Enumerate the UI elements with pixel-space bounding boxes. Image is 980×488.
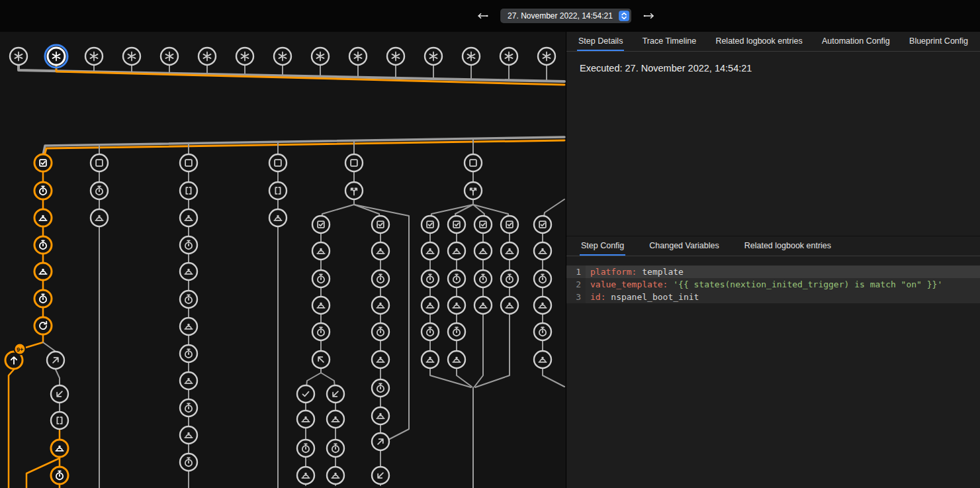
trace-node-asterisk[interactable] bbox=[10, 48, 27, 65]
trace-node-service[interactable] bbox=[312, 297, 330, 314]
step-config-editor[interactable]: 1platform: template2value_template: '{{ … bbox=[566, 266, 980, 303]
trace-graph-area[interactable]: 9+ bbox=[0, 0, 566, 488]
trace-node-service[interactable] bbox=[534, 242, 551, 260]
trace-node-timer[interactable] bbox=[297, 440, 314, 457]
trace-node-timer[interactable] bbox=[372, 270, 389, 287]
trace-node-service[interactable] bbox=[34, 209, 52, 226]
trace-node-checkbox[interactable] bbox=[372, 216, 389, 233]
trace-node-service[interactable] bbox=[91, 209, 108, 226]
trace-node-timer[interactable] bbox=[422, 270, 439, 287]
trace-node-check[interactable] bbox=[297, 385, 314, 403]
trace-node-arrow-ul[interactable] bbox=[312, 351, 330, 368]
trace-node-service[interactable] bbox=[422, 242, 439, 260]
trace-node-service[interactable] bbox=[372, 351, 389, 368]
trace-node-split[interactable] bbox=[465, 182, 482, 199]
trace-node-service[interactable] bbox=[448, 297, 465, 314]
trace-node-service[interactable] bbox=[474, 242, 492, 260]
trace-node-service[interactable] bbox=[534, 351, 551, 368]
trace-node-service[interactable] bbox=[312, 242, 330, 260]
trace-node-brackets[interactable] bbox=[51, 412, 68, 429]
trace-node-asterisk[interactable] bbox=[45, 45, 67, 68]
trace-node-service[interactable] bbox=[422, 297, 439, 314]
trace-node-service[interactable] bbox=[474, 297, 492, 314]
next-trace-button[interactable] bbox=[641, 8, 657, 24]
trace-node-asterisk[interactable] bbox=[349, 48, 367, 65]
trace-node-timer[interactable] bbox=[34, 290, 52, 307]
trace-node-asterisk[interactable] bbox=[85, 48, 103, 65]
trace-node-timer[interactable] bbox=[34, 236, 52, 254]
previous-trace-button[interactable] bbox=[474, 8, 490, 24]
tab-automation-config[interactable]: Automation Config bbox=[821, 32, 891, 51]
trace-node-checkbox[interactable] bbox=[501, 216, 518, 233]
trace-node-arrow-dl[interactable] bbox=[372, 467, 389, 484]
trace-node-asterisk[interactable] bbox=[236, 48, 253, 65]
trace-node-service[interactable] bbox=[180, 426, 197, 444]
trace-node-arrow-ur[interactable] bbox=[47, 352, 64, 369]
trace-node-service[interactable] bbox=[180, 318, 197, 335]
trace-node-timer[interactable] bbox=[372, 323, 389, 340]
trace-node-service[interactable] bbox=[180, 209, 197, 226]
trace-node-timer[interactable] bbox=[372, 379, 389, 397]
trace-node-asterisk[interactable] bbox=[425, 48, 442, 65]
trace-node-service[interactable] bbox=[34, 263, 52, 280]
trace-run-select[interactable]: 27. November 2022, 14:54:21 bbox=[500, 9, 631, 23]
trace-node-asterisk[interactable] bbox=[387, 48, 404, 65]
trace-node-timer[interactable] bbox=[312, 323, 330, 340]
trace-node-arrow-ur[interactable] bbox=[372, 433, 389, 450]
trace-node-asterisk[interactable] bbox=[161, 48, 178, 65]
trace-node-asterisk[interactable] bbox=[199, 48, 216, 65]
trace-node-service[interactable] bbox=[297, 411, 314, 428]
tab-related-logbook-entries[interactable]: Related logbook entries bbox=[743, 236, 832, 256]
trace-node-timer[interactable] bbox=[180, 291, 197, 308]
tab-related-logbook-entries[interactable]: Related logbook entries bbox=[714, 32, 803, 51]
trace-node-split[interactable] bbox=[345, 182, 363, 199]
trace-node-square[interactable] bbox=[345, 154, 363, 171]
trace-node-timer[interactable] bbox=[180, 236, 197, 254]
trace-node-timer[interactable] bbox=[180, 345, 197, 362]
trace-node-service[interactable] bbox=[372, 297, 389, 314]
trace-node-service[interactable] bbox=[501, 297, 518, 314]
tab-trace-timeline[interactable]: Trace Timeline bbox=[641, 32, 698, 51]
trace-node-timer[interactable] bbox=[91, 182, 108, 199]
trace-node-timer[interactable] bbox=[180, 399, 197, 416]
trace-node-asterisk[interactable] bbox=[538, 48, 555, 65]
trace-node-repeat[interactable] bbox=[34, 317, 52, 334]
trace-node-asterisk[interactable] bbox=[274, 48, 291, 65]
trace-node-checkbox[interactable] bbox=[422, 216, 439, 233]
trace-node-timer[interactable] bbox=[534, 270, 551, 287]
trace-node-brackets[interactable] bbox=[269, 182, 287, 199]
trace-node-square[interactable] bbox=[180, 154, 197, 171]
trace-node-asterisk[interactable] bbox=[123, 48, 140, 65]
trace-node-service[interactable] bbox=[297, 467, 314, 484]
trace-node-arrow-dl[interactable] bbox=[51, 385, 68, 403]
tab-step-config[interactable]: Step Config bbox=[580, 236, 625, 256]
trace-node-service[interactable] bbox=[327, 467, 344, 484]
trace-node-timer[interactable] bbox=[448, 323, 465, 340]
trace-node-timer[interactable] bbox=[327, 440, 344, 457]
trace-node-service[interactable] bbox=[327, 411, 344, 428]
tab-step-details[interactable]: Step Details bbox=[577, 32, 624, 51]
trace-node-timer[interactable] bbox=[312, 270, 330, 287]
trace-node-timer[interactable] bbox=[180, 454, 197, 471]
trace-node-checkbox[interactable] bbox=[312, 216, 330, 233]
trace-node-timer[interactable] bbox=[51, 467, 68, 484]
trace-node-service[interactable] bbox=[372, 242, 389, 260]
tab-changed-variables[interactable]: Changed Variables bbox=[648, 236, 720, 256]
trace-node-service[interactable] bbox=[534, 297, 551, 314]
tab-blueprint-config[interactable]: Blueprint Config bbox=[908, 32, 969, 51]
trace-node-asterisk[interactable] bbox=[312, 48, 329, 65]
trace-node-checkbox[interactable] bbox=[474, 216, 492, 233]
trace-node-square[interactable] bbox=[91, 154, 108, 171]
trace-node-square[interactable] bbox=[465, 154, 482, 171]
trace-node-service[interactable] bbox=[448, 351, 465, 368]
trace-node-timer[interactable] bbox=[474, 270, 492, 287]
trace-node-timer[interactable] bbox=[34, 182, 52, 199]
trace-node-brackets[interactable] bbox=[180, 182, 197, 199]
trace-graph[interactable]: 9+ bbox=[0, 0, 566, 488]
trace-node-service[interactable] bbox=[501, 242, 518, 260]
trace-node-timer[interactable] bbox=[501, 270, 518, 287]
trace-node-service[interactable] bbox=[422, 351, 439, 368]
trace-node-service[interactable] bbox=[180, 263, 197, 280]
trace-node-timer[interactable] bbox=[422, 323, 439, 340]
trace-node-asterisk[interactable] bbox=[463, 48, 480, 65]
